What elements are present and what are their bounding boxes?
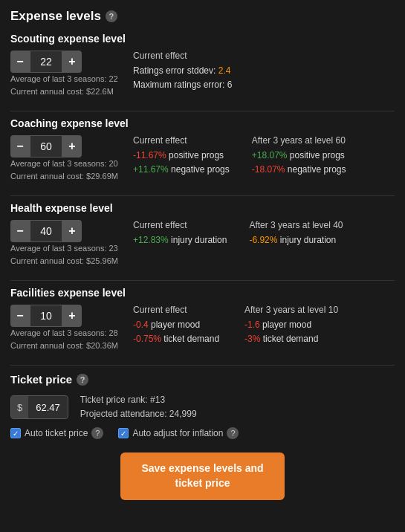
facilities-after-2: -3% ticket demand bbox=[244, 332, 338, 346]
health-after-label: After 3 years at level 40 bbox=[249, 220, 343, 230]
coaching-current-label: Current effect bbox=[133, 135, 230, 146]
ticket-price-value: 62.47 bbox=[28, 402, 68, 413]
health-meta2: Current annual cost: $25.96M bbox=[10, 255, 126, 267]
coaching-title: Coaching expense level bbox=[10, 117, 395, 129]
ticket-help-icon[interactable]: ? bbox=[77, 374, 88, 386]
facilities-current-1: -0.4 player mood bbox=[133, 318, 222, 332]
coaching-value: 60 bbox=[30, 135, 62, 158]
auto-inflation-check bbox=[118, 428, 129, 438]
facilities-after-1: -1.6 player mood bbox=[244, 318, 338, 332]
ticket-attendance: Projected attendance: 24,999 bbox=[80, 407, 197, 421]
health-meta1: Average of last 3 seasons: 23 bbox=[10, 242, 126, 255]
scouting-decrement[interactable]: − bbox=[10, 51, 30, 73]
scouting-stepper: − 22 + bbox=[10, 51, 126, 73]
scouting-current-label: Current effect bbox=[133, 51, 232, 61]
scouting-increment[interactable]: + bbox=[62, 51, 82, 73]
coaching-meta2: Current annual cost: $29.69M bbox=[10, 170, 126, 183]
title-text: Expense levels bbox=[10, 9, 101, 24]
auto-ticket-check bbox=[10, 428, 21, 438]
scouting-effect-2: Maximum ratings error: 6 bbox=[133, 78, 232, 92]
scouting-value: 22 bbox=[30, 51, 62, 73]
health-value: 40 bbox=[30, 220, 62, 242]
scouting-effect-1: Ratings error stddev: 2.4 bbox=[133, 64, 232, 78]
coaching-section: Coaching expense level − 60 + Average of… bbox=[10, 117, 395, 188]
coaching-decrement[interactable]: − bbox=[10, 135, 30, 158]
auto-ticket-checkbox[interactable]: Auto ticket price ? bbox=[10, 427, 103, 439]
auto-ticket-label: Auto ticket price bbox=[25, 428, 88, 438]
coaching-after-2: -18.07% negative progs bbox=[252, 163, 346, 177]
coaching-meta1: Average of last 3 seasons: 20 bbox=[10, 158, 126, 170]
ticket-currency: $ bbox=[11, 396, 28, 418]
ticket-section: Ticket price ? $ 62.47 Ticket price rank… bbox=[10, 373, 395, 439]
facilities-increment[interactable]: + bbox=[62, 305, 82, 327]
facilities-stepper: − 10 + bbox=[10, 305, 126, 327]
auto-inflation-label: Auto adjust for inflation bbox=[132, 428, 223, 438]
health-decrement[interactable]: − bbox=[10, 220, 30, 242]
coaching-after-label: After 3 years at level 60 bbox=[252, 135, 346, 146]
auto-inflation-checkbox[interactable]: Auto adjust for inflation ? bbox=[118, 427, 239, 439]
auto-ticket-help-icon[interactable]: ? bbox=[91, 427, 103, 439]
health-after-1: -6.92% injury duration bbox=[249, 233, 343, 247]
health-current-label: Current effect bbox=[133, 220, 227, 230]
scouting-section: Scouting expense level − 22 + Average of… bbox=[10, 33, 395, 103]
coaching-current-1: -11.67% positive progs bbox=[133, 149, 230, 163]
facilities-after-label: After 3 years at level 10 bbox=[244, 305, 338, 315]
health-title: Health expense level bbox=[10, 202, 395, 214]
page-title: Expense levels ? bbox=[10, 9, 395, 24]
page-help-icon[interactable]: ? bbox=[106, 10, 117, 22]
coaching-stepper: − 60 + bbox=[10, 135, 126, 158]
facilities-value: 10 bbox=[30, 305, 62, 327]
ticket-price-input[interactable]: $ 62.47 bbox=[10, 395, 68, 419]
scouting-stddev: 2.4 bbox=[218, 65, 231, 76]
ticket-rank: Ticket price rank: #13 bbox=[80, 393, 197, 407]
coaching-current-2: +11.67% negative progs bbox=[133, 163, 230, 177]
facilities-current-2: -0.75% ticket demand bbox=[133, 332, 222, 346]
health-increment[interactable]: + bbox=[62, 220, 82, 242]
auto-inflation-help-icon[interactable]: ? bbox=[227, 427, 239, 439]
facilities-meta2: Current annual cost: $20.36M bbox=[10, 340, 126, 352]
health-stepper: − 40 + bbox=[10, 220, 126, 242]
facilities-title: Facilities expense level bbox=[10, 287, 395, 299]
facilities-current-label: Current effect bbox=[133, 305, 222, 315]
facilities-decrement[interactable]: − bbox=[10, 305, 30, 327]
health-current-1: +12.83% injury duration bbox=[133, 233, 227, 247]
scouting-meta2: Current annual cost: $22.6M bbox=[10, 85, 126, 98]
facilities-meta1: Average of last 3 seasons: 28 bbox=[10, 327, 126, 340]
ticket-title: Ticket price bbox=[10, 373, 72, 386]
coaching-increment[interactable]: + bbox=[62, 135, 82, 158]
save-button[interactable]: Save expense levels andticket price bbox=[120, 452, 284, 499]
health-section: Health expense level − 40 + Average of l… bbox=[10, 202, 395, 273]
facilities-section: Facilities expense level − 10 + Average … bbox=[10, 287, 395, 357]
scouting-title: Scouting expense level bbox=[10, 33, 395, 45]
coaching-after-1: +18.07% positive progs bbox=[252, 149, 346, 163]
scouting-meta1: Average of last 3 seasons: 22 bbox=[10, 73, 126, 85]
